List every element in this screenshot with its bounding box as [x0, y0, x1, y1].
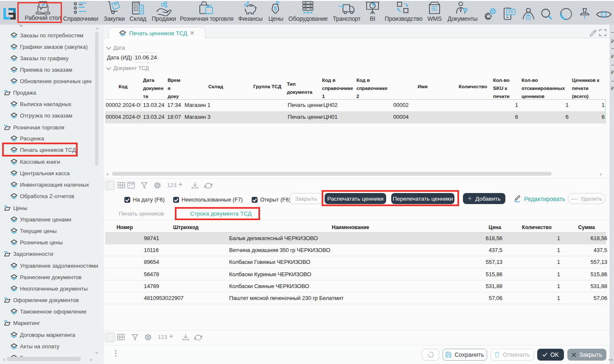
svg-text:$: $	[274, 6, 277, 11]
